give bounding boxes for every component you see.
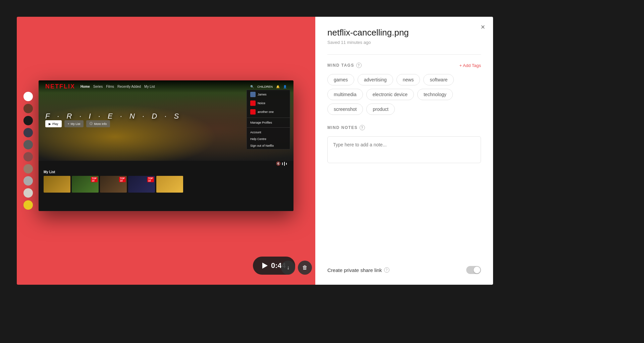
tag-advertising[interactable]: advertising bbox=[358, 74, 393, 85]
share-link-section: Create private share link ? bbox=[327, 266, 481, 274]
file-title: netflix-cancelling.png bbox=[327, 27, 481, 38]
thumb-container-wolfwall bbox=[156, 176, 183, 193]
close-button[interactable]: × bbox=[481, 23, 485, 31]
share-link-label: Create private share link ? bbox=[327, 267, 389, 273]
avatar-noice bbox=[250, 100, 256, 106]
help-label: Help Centre bbox=[250, 137, 266, 141]
swatch-gray[interactable] bbox=[23, 140, 33, 149]
dropdown-manage-profiles[interactable]: Manage Profiles bbox=[247, 119, 290, 126]
noice-label: Noice bbox=[258, 101, 265, 105]
dropdown-james[interactable]: James bbox=[247, 90, 290, 99]
netflix-play-btn[interactable]: ▶ Play bbox=[45, 120, 62, 127]
mind-tags-header: MIND TAGS ? + Add Tags bbox=[327, 63, 481, 68]
toggle-thumb bbox=[474, 267, 480, 273]
volume-bar-1 bbox=[282, 162, 283, 165]
friends-logo: F · R · I · E · N · D · S bbox=[45, 112, 181, 121]
dropdown-account[interactable]: Account bbox=[247, 129, 290, 136]
swatch-yellow[interactable] bbox=[23, 200, 33, 210]
share-link-text: Create private share link bbox=[327, 267, 382, 273]
top10-badge-3: TOP10 bbox=[119, 177, 126, 182]
modal-container: F · R · I · E · N · D · S ▶ Play + My Li… bbox=[17, 17, 493, 285]
tag-multimedia[interactable]: multimedia bbox=[327, 89, 363, 100]
mind-notes-help-icon[interactable]: ? bbox=[360, 125, 365, 130]
mind-tags-title: MIND TAGS ? bbox=[327, 63, 362, 68]
dropdown-signout[interactable]: Sign out of Netflix bbox=[247, 142, 290, 149]
search-icon-netflix[interactable]: 🔍 bbox=[250, 85, 254, 88]
swatch-tan[interactable] bbox=[23, 164, 33, 174]
divider-1 bbox=[327, 54, 481, 55]
mind-notes-section: MIND NOTES ? bbox=[327, 125, 481, 164]
volume-bar-3 bbox=[286, 163, 287, 165]
tag-games[interactable]: games bbox=[327, 74, 354, 85]
netflix-mylist-btn[interactable]: + My List bbox=[64, 120, 84, 127]
nav-films[interactable]: Films bbox=[106, 85, 114, 88]
color-swatches-panel bbox=[23, 92, 33, 210]
private-share-toggle[interactable] bbox=[466, 266, 481, 274]
add-tags-button[interactable]: + Add Tags bbox=[460, 63, 481, 68]
delete-button[interactable]: 🗑 bbox=[298, 261, 312, 275]
manage-profiles-label: Manage Profiles bbox=[250, 121, 272, 124]
mind-notes-label: MIND NOTES bbox=[327, 125, 358, 130]
dropdown-another[interactable]: another one bbox=[247, 108, 290, 116]
dropdown-noice[interactable]: Noice bbox=[247, 99, 290, 108]
swatch-brown[interactable] bbox=[23, 104, 33, 113]
dropdown-divider-1 bbox=[247, 118, 290, 118]
nav-recently-added[interactable]: Recently Added bbox=[117, 85, 141, 88]
modal-left-panel: F · R · I · E · N · D · S ▶ Play + My Li… bbox=[17, 17, 315, 285]
tag-product[interactable]: product bbox=[366, 104, 395, 115]
mind-notes-header: MIND NOTES ? bbox=[327, 125, 481, 130]
mind-tags-label: MIND TAGS bbox=[327, 63, 354, 68]
swatch-medium-gray[interactable] bbox=[23, 176, 33, 186]
nav-series[interactable]: Series bbox=[93, 85, 103, 88]
swatch-dark-blue[interactable] bbox=[23, 128, 33, 137]
dropdown-help[interactable]: Help Centre bbox=[247, 136, 290, 142]
volume-bar-2 bbox=[284, 162, 285, 166]
tag-screenshot[interactable]: screenshot bbox=[327, 104, 363, 115]
swatch-black[interactable] bbox=[23, 116, 33, 125]
thumb-brooklyn[interactable] bbox=[44, 176, 70, 193]
notes-input[interactable] bbox=[327, 136, 481, 163]
volume-icon: 🔇 bbox=[276, 161, 281, 166]
thumb-container-3: TOP10 bbox=[100, 176, 127, 193]
nav-home[interactable]: Home bbox=[80, 85, 90, 88]
tag-electronic-device[interactable]: electronic device bbox=[366, 89, 414, 100]
netflix-action-buttons: ▶ Play + My List ⓘ More Info bbox=[45, 120, 110, 127]
tag-technology[interactable]: technology bbox=[417, 89, 453, 100]
swatch-white[interactable] bbox=[23, 92, 33, 101]
nav-mylist[interactable]: My List bbox=[144, 85, 155, 88]
saved-time: Saved 11 minutes ago bbox=[327, 40, 481, 45]
download-button[interactable]: ↓ bbox=[281, 261, 295, 275]
thumb-container-twoweeks: TOP10 bbox=[128, 176, 155, 193]
dropdown-divider-2 bbox=[247, 127, 290, 128]
tag-news[interactable]: news bbox=[396, 74, 420, 85]
mind-tags-help-icon[interactable]: ? bbox=[356, 63, 362, 68]
info-label: More Info bbox=[94, 122, 107, 126]
netflix-nav-links: Home Series Films Recently Added My List bbox=[80, 85, 155, 88]
notification-icon[interactable]: 🔔 bbox=[276, 85, 280, 88]
tags-grid: games advertising news software multimed… bbox=[327, 74, 481, 115]
modal-right-panel: × netflix-cancelling.png Saved 11 minute… bbox=[315, 17, 493, 285]
netflix-info-btn[interactable]: ⓘ More Info bbox=[86, 120, 110, 127]
share-link-help-icon[interactable]: ? bbox=[384, 267, 389, 273]
netflix-volume[interactable]: 🔇 bbox=[276, 161, 287, 166]
james-label: James bbox=[258, 93, 267, 96]
netflix-my-list: My List TOP10 TOP10 bbox=[39, 167, 293, 211]
play-triangle-icon bbox=[262, 263, 268, 269]
mind-notes-title: MIND NOTES ? bbox=[327, 125, 365, 130]
another-label: another one bbox=[258, 110, 274, 114]
play-icon: ▶ bbox=[49, 122, 51, 126]
swatch-light-gray[interactable] bbox=[23, 188, 33, 198]
mylist-label: My List bbox=[71, 122, 80, 126]
avatar-james bbox=[250, 92, 256, 97]
swatch-dark-red[interactable] bbox=[23, 152, 33, 161]
action-buttons: ↓ 🗑 bbox=[281, 261, 312, 275]
thumb-wolfwall[interactable] bbox=[156, 176, 183, 193]
netflix-thumbnails: TOP10 TOP10 TOP10 bbox=[44, 176, 288, 193]
thumb-container-brooklyn bbox=[44, 176, 70, 193]
top10-badge-twoweeks: TOP10 bbox=[147, 177, 154, 182]
netflix-content: F · R · I · E · N · D · S ▶ Play + My Li… bbox=[39, 80, 293, 211]
netflix-screenshot: F · R · I · E · N · D · S ▶ Play + My Li… bbox=[39, 80, 293, 211]
tag-software[interactable]: software bbox=[423, 74, 454, 85]
thumb-container-hesjust: TOP10 bbox=[72, 176, 99, 193]
profile-avatar[interactable]: 👤 bbox=[283, 85, 287, 88]
